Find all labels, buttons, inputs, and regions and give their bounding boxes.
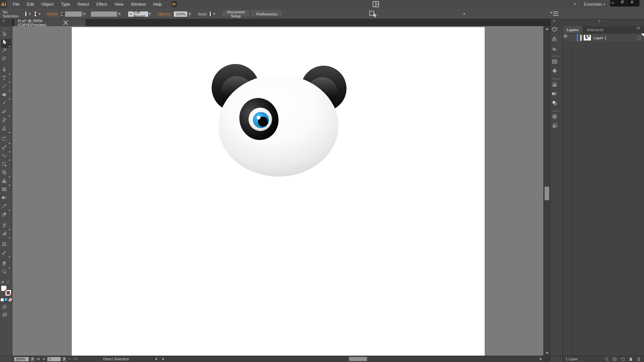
panel-menu-icon[interactable] bbox=[467, 9, 641, 19]
tool-button[interactable] bbox=[1, 125, 11, 134]
gradient-mode-button[interactable] bbox=[4, 298, 8, 302]
clip-mask-icon[interactable] bbox=[612, 357, 617, 362]
fillstroke-mini-icon[interactable] bbox=[1, 281, 6, 285]
tool-button[interactable] bbox=[1, 100, 11, 109]
tool-button[interactable] bbox=[1, 56, 11, 64]
tool-button[interactable] bbox=[1, 222, 11, 231]
select-similar-caret-icon[interactable] bbox=[463, 13, 465, 15]
style-swatch[interactable] bbox=[209, 11, 211, 17]
layer-lock-cell[interactable] bbox=[572, 34, 577, 42]
first-artboard-button[interactable] bbox=[36, 357, 40, 362]
menu-item[interactable]: Effect bbox=[93, 1, 111, 8]
double-left-icon[interactable] bbox=[552, 19, 597, 26]
menu-item[interactable]: Window bbox=[127, 1, 149, 8]
zoom-level-dropdown[interactable] bbox=[30, 357, 35, 362]
layer-name[interactable]: Layer 1 bbox=[594, 36, 606, 40]
tool-button[interactable] bbox=[1, 75, 11, 83]
artboard-dropdown[interactable] bbox=[62, 357, 66, 362]
tool-button[interactable] bbox=[1, 48, 11, 56]
layer-target-icon[interactable] bbox=[637, 36, 641, 40]
color-mode-button[interactable] bbox=[0, 298, 4, 302]
fill-swatch[interactable] bbox=[25, 11, 27, 17]
select-similar-icon[interactable] bbox=[286, 9, 460, 19]
minimize-button[interactable] bbox=[610, 0, 620, 6]
artboard-page[interactable] bbox=[72, 27, 485, 356]
horizontal-scrollbar[interactable] bbox=[160, 356, 543, 362]
panel-grip[interactable] bbox=[2, 28, 10, 29]
stroke-link[interactable]: Stroke: bbox=[47, 12, 59, 16]
menu-item[interactable]: View bbox=[111, 1, 127, 8]
stroke-color-swatch[interactable] bbox=[5, 290, 11, 296]
next-artboard-button[interactable] bbox=[67, 357, 72, 362]
tool-button[interactable] bbox=[1, 231, 11, 239]
tool-button[interactable] bbox=[1, 161, 11, 170]
tool-button[interactable] bbox=[1, 117, 11, 125]
dock-panel-button[interactable] bbox=[551, 113, 561, 123]
stroke-swatch[interactable] bbox=[34, 11, 36, 17]
opacity-link[interactable]: Opacity: bbox=[158, 12, 172, 16]
menu-item[interactable]: Edit bbox=[23, 1, 38, 8]
menu-item[interactable]: Select bbox=[74, 1, 93, 8]
tool-button[interactable] bbox=[1, 178, 11, 186]
tool-button[interactable] bbox=[1, 241, 11, 250]
layer-visibility-toggle[interactable] bbox=[563, 34, 572, 42]
vertical-scrollbar[interactable] bbox=[543, 26, 550, 356]
zoom-level-field[interactable]: 200% bbox=[14, 357, 29, 362]
horizontal-scroll-thumb[interactable] bbox=[349, 357, 367, 361]
document-setup-button[interactable]: Document Setup bbox=[223, 11, 249, 17]
stroke-dropdown[interactable] bbox=[38, 11, 41, 17]
dock-panel-button[interactable] bbox=[551, 26, 561, 36]
dock-panel-button[interactable] bbox=[551, 36, 561, 45]
last-artboard-button[interactable] bbox=[73, 357, 78, 362]
tool-button[interactable] bbox=[1, 186, 11, 195]
opacity-combo[interactable]: 100% bbox=[173, 11, 192, 17]
layer-row[interactable]: Layer 1 bbox=[563, 34, 644, 42]
tab-artboards[interactable]: Artboards bbox=[583, 26, 608, 33]
bridge-button[interactable]: Br bbox=[172, 1, 176, 7]
tool-button[interactable] bbox=[1, 92, 11, 100]
dock-panel-button[interactable] bbox=[551, 58, 561, 68]
tool-button[interactable] bbox=[1, 136, 11, 144]
restore-button[interactable] bbox=[620, 0, 630, 6]
menu-item[interactable]: Type bbox=[57, 1, 74, 8]
close-small-icon[interactable] bbox=[49, 19, 82, 26]
tools-panel-header[interactable] bbox=[0, 19, 12, 26]
tab-layers[interactable]: Layers bbox=[563, 26, 583, 33]
width-profile-combo[interactable] bbox=[91, 11, 122, 17]
menu-item[interactable]: File bbox=[9, 1, 23, 8]
style-dropdown[interactable] bbox=[213, 11, 216, 17]
scroll-down-arrow[interactable] bbox=[544, 350, 550, 356]
tool-button[interactable] bbox=[1, 212, 11, 220]
layer-expand-toggle[interactable] bbox=[580, 36, 582, 40]
vertical-scroll-thumb[interactable] bbox=[544, 186, 549, 200]
scroll-right-arrow[interactable] bbox=[538, 356, 543, 362]
tool-button[interactable] bbox=[1, 31, 11, 39]
new-layer-icon[interactable] bbox=[628, 357, 633, 362]
tool-button[interactable] bbox=[1, 144, 11, 153]
stroke-weight-combo[interactable] bbox=[65, 11, 87, 17]
status-options-button[interactable] bbox=[154, 356, 159, 362]
dock-panel-button[interactable] bbox=[551, 45, 561, 54]
preferences-button[interactable]: Preferences bbox=[252, 11, 281, 17]
tool-button[interactable] bbox=[1, 260, 11, 269]
scroll-up-arrow[interactable] bbox=[544, 26, 550, 32]
fill-dropdown[interactable] bbox=[29, 11, 31, 17]
tool-button[interactable] bbox=[1, 269, 11, 277]
stroke-weight-stepper[interactable] bbox=[60, 11, 63, 17]
tool-button[interactable] bbox=[1, 39, 11, 48]
tool-button[interactable] bbox=[1, 153, 11, 161]
dock-panel-button[interactable] bbox=[551, 100, 561, 109]
previous-artboard-button[interactable] bbox=[41, 357, 46, 362]
tool-button[interactable] bbox=[1, 170, 11, 178]
dock-panel-button[interactable] bbox=[551, 90, 561, 100]
dock-panel-button[interactable] bbox=[551, 68, 561, 77]
drawing-mode-button[interactable] bbox=[2, 304, 10, 311]
brush-combo[interactable]: ●5 pt. Round bbox=[128, 11, 152, 17]
document-tab[interactable]: f2.ai* @ 200% (CMYK/Preview) bbox=[14, 19, 86, 26]
tool-button[interactable] bbox=[1, 203, 11, 212]
screen-mode-button[interactable] bbox=[2, 312, 10, 319]
none-mode-button[interactable] bbox=[8, 298, 12, 302]
dock-panel-button[interactable] bbox=[551, 123, 561, 132]
scroll-left-arrow[interactable] bbox=[160, 356, 165, 362]
dock-panel-button[interactable] bbox=[551, 81, 561, 90]
